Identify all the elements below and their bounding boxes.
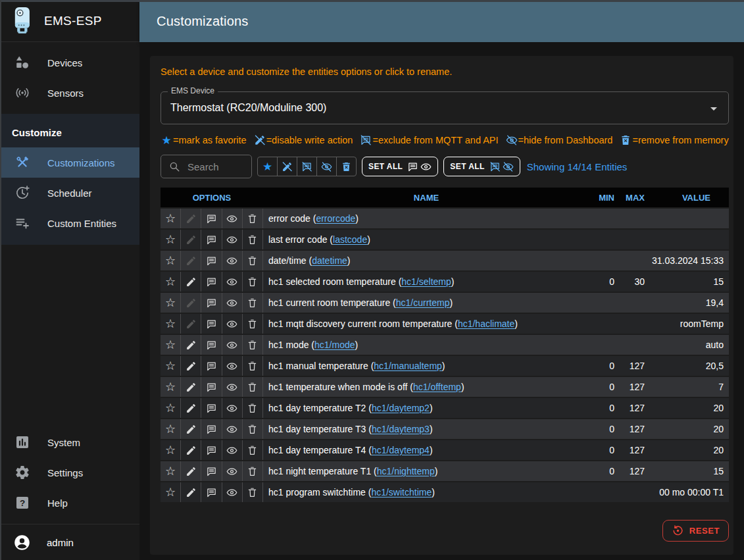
entity-name[interactable]: date/time (datetime) (263, 251, 589, 270)
favorite-button[interactable]: ☆ (161, 209, 181, 228)
exclude-mqtt-button[interactable] (201, 209, 222, 228)
exclude-mqtt-button[interactable] (201, 230, 222, 249)
entity-name[interactable]: last error code (lastcode) (263, 230, 589, 249)
hide-dashboard-button[interactable] (222, 314, 243, 334)
filter-disable-write-button[interactable] (277, 157, 297, 176)
favorite-button[interactable]: ☆ (161, 335, 181, 355)
sidebar-item-sensors[interactable]: Sensors (0, 78, 139, 108)
favorite-button[interactable]: ☆ (161, 293, 181, 313)
remove-memory-button[interactable] (243, 335, 263, 355)
disable-write-button[interactable] (181, 398, 201, 418)
favorite-button[interactable]: ☆ (161, 482, 181, 502)
remove-memory-button[interactable] (243, 251, 263, 270)
remove-memory-button[interactable] (243, 356, 263, 376)
set-all-visible-button[interactable]: SET ALL (362, 157, 438, 176)
remove-memory-button[interactable] (243, 314, 263, 334)
remove-memory-button[interactable] (243, 209, 263, 228)
hide-dashboard-button[interactable] (222, 419, 243, 439)
remove-memory-button[interactable] (243, 482, 263, 502)
favorite-button[interactable]: ☆ (161, 272, 181, 292)
filter-exclude-mqtt-button[interactable] (297, 157, 317, 176)
favorite-button[interactable]: ☆ (161, 230, 181, 249)
set-all-hidden-button[interactable]: SET ALL (443, 157, 520, 176)
disable-write-button[interactable] (181, 419, 201, 439)
sidebar-item-customizations[interactable]: Customizations (0, 147, 139, 178)
reset-button[interactable]: RESET (662, 520, 729, 542)
sidebar-item-settings[interactable]: Settings (0, 457, 139, 488)
entity-shortname-link[interactable]: hc1/manualtemp (374, 361, 442, 371)
favorite-button[interactable]: ☆ (161, 314, 181, 334)
favorite-button[interactable]: ☆ (161, 251, 181, 270)
remove-memory-button[interactable] (243, 440, 263, 460)
exclude-mqtt-button[interactable] (201, 356, 222, 376)
entity-shortname-link[interactable]: hc1/mode (314, 340, 355, 350)
exclude-mqtt-button[interactable] (201, 398, 222, 418)
hide-dashboard-button[interactable] (222, 356, 243, 376)
favorite-button[interactable]: ☆ (161, 398, 181, 418)
exclude-mqtt-button[interactable] (201, 440, 222, 460)
filter-remove-memory-button[interactable] (336, 157, 357, 176)
sidebar-item-system[interactable]: System (0, 427, 139, 457)
hide-dashboard-button[interactable] (222, 440, 243, 460)
hide-dashboard-button[interactable] (222, 293, 243, 313)
entity-name[interactable]: error code (errorcode) (263, 209, 589, 228)
exclude-mqtt-button[interactable] (201, 335, 222, 355)
entity-name[interactable]: hc1 manual temperature (hc1/manualtemp) (263, 356, 589, 376)
disable-write-button[interactable] (181, 461, 201, 481)
entity-shortname-link[interactable]: hc1/offtemp (413, 382, 461, 392)
hide-dashboard-button[interactable] (222, 209, 243, 228)
hide-dashboard-button[interactable] (222, 482, 243, 502)
entity-shortname-link[interactable]: hc1/daytemp4 (372, 445, 430, 455)
entity-shortname-link[interactable]: hc1/haclimate (458, 318, 514, 329)
exclude-mqtt-button[interactable] (201, 419, 222, 439)
hide-dashboard-button[interactable] (222, 335, 243, 355)
entity-shortname-link[interactable]: hc1/seltemp (401, 276, 451, 287)
hide-dashboard-button[interactable] (222, 251, 243, 270)
hide-dashboard-button[interactable] (222, 377, 243, 397)
favorite-button[interactable]: ☆ (161, 377, 181, 397)
filter-hide-dashboard-button[interactable] (316, 157, 337, 176)
entity-shortname-link[interactable]: errorcode (316, 213, 355, 224)
entity-name[interactable]: hc1 mqtt discovery current room temperat… (263, 314, 589, 334)
remove-memory-button[interactable] (243, 461, 263, 481)
exclude-mqtt-button[interactable] (201, 482, 222, 502)
remove-memory-button[interactable] (243, 293, 263, 313)
favorite-button[interactable]: ☆ (161, 440, 181, 460)
disable-write-button[interactable] (181, 440, 201, 460)
entity-name[interactable]: hc1 day temperature T2 (hc1/daytemp2) (263, 398, 589, 418)
remove-memory-button[interactable] (243, 377, 263, 397)
sidebar-item-custom-entities[interactable]: Custom Entities (0, 208, 139, 238)
exclude-mqtt-button[interactable] (201, 293, 222, 313)
exclude-mqtt-button[interactable] (201, 272, 222, 292)
search-input[interactable] (186, 161, 244, 173)
hide-dashboard-button[interactable] (222, 272, 243, 292)
exclude-mqtt-button[interactable] (201, 314, 222, 334)
entity-shortname-link[interactable]: lastcode (333, 234, 367, 245)
disable-write-button[interactable] (181, 482, 201, 502)
disable-write-button[interactable] (181, 335, 201, 355)
disable-write-button[interactable] (181, 377, 201, 397)
entity-name[interactable]: hc1 mode (hc1/mode) (263, 335, 589, 355)
hide-dashboard-button[interactable] (222, 398, 243, 418)
entity-shortname-link[interactable]: hc1/nighttemp (377, 466, 435, 476)
entity-shortname-link[interactable]: datetime (312, 255, 347, 266)
favorite-button[interactable]: ☆ (161, 356, 181, 376)
favorite-button[interactable]: ☆ (161, 419, 181, 439)
entity-shortname-link[interactable]: hc1/daytemp2 (372, 403, 430, 413)
remove-memory-button[interactable] (243, 230, 263, 249)
sidebar-item-scheduler[interactable]: Scheduler (0, 178, 139, 208)
hide-dashboard-button[interactable] (222, 230, 243, 249)
entity-name[interactable]: hc1 day temperature T3 (hc1/daytemp3) (263, 419, 589, 439)
entity-name[interactable]: hc1 current room temperature (hc1/currte… (263, 293, 589, 313)
entity-name[interactable]: hc1 selected room temperature (hc1/selte… (263, 272, 589, 292)
exclude-mqtt-button[interactable] (201, 461, 222, 481)
favorite-button[interactable]: ☆ (161, 461, 181, 481)
entity-name[interactable]: hc1 night temperature T1 (hc1/nighttemp) (263, 461, 589, 481)
entity-name[interactable]: hc1 program switchtime (hc1/switchtime) (263, 482, 589, 502)
sidebar-item-devices[interactable]: Devices (0, 47, 139, 78)
entity-shortname-link[interactable]: hc1/currtemp (396, 297, 450, 308)
remove-memory-button[interactable] (243, 398, 263, 418)
disable-write-button[interactable] (181, 356, 201, 376)
filter-favorite-button[interactable]: ★ (257, 157, 278, 176)
exclude-mqtt-button[interactable] (201, 251, 222, 270)
